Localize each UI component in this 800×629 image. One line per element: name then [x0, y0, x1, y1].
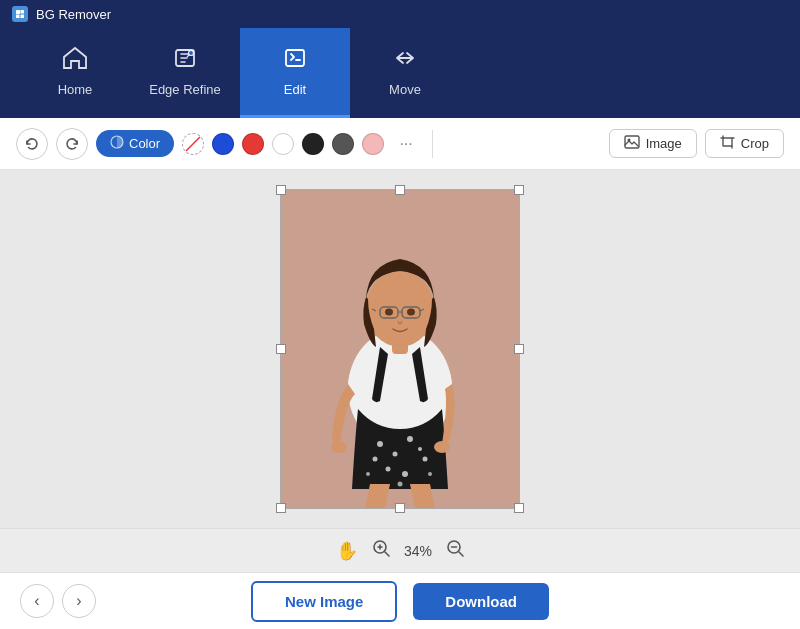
- svg-point-27: [398, 482, 403, 487]
- svg-point-29: [366, 472, 370, 476]
- more-colors-button[interactable]: ···: [392, 130, 420, 158]
- svg-rect-2: [16, 15, 20, 19]
- color-swatch-black[interactable]: [302, 133, 324, 155]
- nav-home-label: Home: [58, 82, 93, 97]
- new-image-button[interactable]: New Image: [251, 581, 397, 622]
- color-circle-icon: [110, 135, 124, 152]
- image-button-label: Image: [646, 136, 682, 151]
- person-figure: [280, 189, 520, 509]
- download-button[interactable]: Download: [413, 583, 549, 620]
- zoom-bar: ✋ 34%: [0, 528, 800, 572]
- svg-point-21: [407, 436, 413, 442]
- toolbar-divider: [432, 130, 433, 158]
- move-icon: [392, 46, 418, 76]
- home-icon: [62, 46, 88, 76]
- svg-point-19: [377, 441, 383, 447]
- nav-edge-refine-label: Edge Refine: [149, 82, 221, 97]
- svg-point-22: [423, 457, 428, 462]
- nav-item-edit[interactable]: Edit: [240, 28, 350, 118]
- image-icon: [624, 135, 640, 152]
- crop-icon: [720, 135, 735, 152]
- app-title: BG Remover: [36, 7, 111, 22]
- hand-tool-icon[interactable]: ✋: [336, 540, 358, 562]
- color-label: Color: [129, 136, 160, 151]
- color-swatch-red[interactable]: [242, 133, 264, 155]
- edge-refine-icon: [172, 46, 198, 76]
- color-button[interactable]: Color: [96, 130, 174, 157]
- color-swatch-transparent[interactable]: [182, 133, 204, 155]
- svg-rect-1: [21, 10, 25, 14]
- image-button[interactable]: Image: [609, 129, 697, 158]
- color-swatch-white[interactable]: [272, 133, 294, 155]
- undo-button[interactable]: [16, 128, 48, 160]
- nav-item-home[interactable]: Home: [20, 28, 130, 118]
- main-content: Color ···: [0, 118, 800, 629]
- nav-item-edge-refine[interactable]: Edge Refine: [130, 28, 240, 118]
- image-preview: [280, 189, 520, 509]
- svg-line-44: [385, 552, 389, 556]
- app-icon: [12, 6, 28, 22]
- svg-point-20: [393, 452, 398, 457]
- svg-point-24: [402, 471, 408, 477]
- svg-rect-3: [21, 15, 25, 19]
- svg-point-38: [407, 309, 415, 316]
- redo-button[interactable]: [56, 128, 88, 160]
- svg-point-40: [331, 441, 347, 453]
- download-label: Download: [445, 593, 517, 610]
- crop-button[interactable]: Crop: [705, 129, 784, 158]
- nav-bar: Home Edge Refine Edit Move: [0, 28, 800, 118]
- crop-button-label: Crop: [741, 136, 769, 151]
- new-image-label: New Image: [285, 593, 363, 610]
- more-icon: ···: [399, 135, 412, 153]
- next-icon: ›: [76, 592, 81, 610]
- canvas-area[interactable]: [0, 170, 800, 528]
- svg-point-28: [428, 472, 432, 476]
- zoom-out-icon[interactable]: [446, 539, 464, 562]
- svg-point-23: [386, 467, 391, 472]
- zoom-in-icon[interactable]: [372, 539, 390, 562]
- prev-icon: ‹: [34, 592, 39, 610]
- color-swatch-pink[interactable]: [362, 133, 384, 155]
- svg-rect-12: [723, 138, 732, 146]
- nav-item-move[interactable]: Move: [350, 28, 460, 118]
- svg-point-26: [373, 457, 378, 462]
- toolbar: Color ···: [0, 118, 800, 170]
- svg-line-9: [183, 134, 203, 154]
- zoom-value: 34%: [404, 543, 432, 559]
- next-button[interactable]: ›: [62, 584, 96, 618]
- color-swatch-blue[interactable]: [212, 133, 234, 155]
- nav-edit-label: Edit: [284, 82, 306, 97]
- svg-point-25: [418, 447, 422, 451]
- image-container: [280, 189, 520, 509]
- edit-icon: [282, 46, 308, 76]
- svg-rect-7: [286, 50, 304, 66]
- svg-point-37: [385, 309, 393, 316]
- svg-rect-0: [16, 10, 20, 14]
- svg-line-47: [459, 552, 463, 556]
- svg-point-39: [434, 441, 450, 453]
- nav-move-label: Move: [389, 82, 421, 97]
- toolbar-actions: Image Crop: [609, 129, 784, 158]
- prev-button[interactable]: ‹: [20, 584, 54, 618]
- title-bar: BG Remover: [0, 0, 800, 28]
- svg-line-6: [187, 55, 190, 58]
- footer: ‹ › New Image Download: [0, 572, 800, 629]
- color-swatch-dark-gray[interactable]: [332, 133, 354, 155]
